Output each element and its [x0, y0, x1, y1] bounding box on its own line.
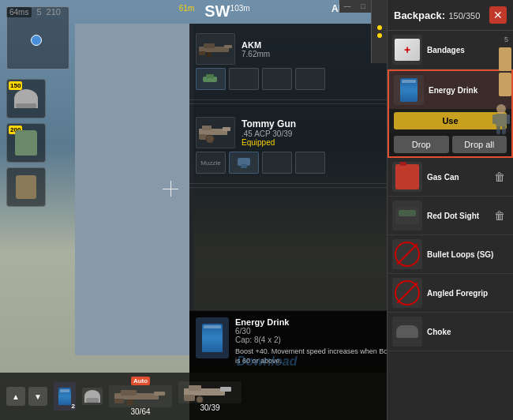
bottom-tommy-icon	[182, 382, 238, 403]
svg-rect-3	[199, 51, 205, 55]
nav-up-button[interactable]: ▲	[6, 387, 25, 406]
red-dot-icon	[395, 207, 419, 224]
svg-rect-26	[492, 114, 497, 124]
akm-info: AKM 7.62mm	[242, 40, 366, 58]
angled-grip-item-name: Angled Foregrip	[427, 288, 508, 298]
backpack-title: Backpack:	[394, 9, 445, 21]
list-item[interactable]: Bandages 5	[388, 31, 513, 69]
tommy-slot	[196, 117, 235, 148]
bottom-item-drink[interactable]: 2	[54, 382, 76, 411]
akm-att-1[interactable]	[196, 68, 226, 90]
gas-can-icon	[395, 164, 419, 189]
dist1: 61m	[179, 4, 194, 13]
drop-all-button[interactable]: Drop all	[452, 136, 507, 153]
bottom-helmet-icon-slot	[82, 388, 103, 405]
vest-icon	[15, 130, 37, 156]
bandage-item-icon	[392, 35, 422, 65]
bottom-weapon-2[interactable]: 30/39	[178, 381, 242, 412]
akm-att-3[interactable]	[262, 68, 292, 90]
player-avatar-icon	[489, 103, 513, 134]
list-item[interactable]: Angled Foregrip	[388, 274, 513, 313]
helmet-slot[interactable]: 150	[6, 79, 46, 118]
maximize-button[interactable]: □	[355, 0, 371, 13]
bandage-item-name: Bandages	[427, 45, 508, 55]
drop-area: Drop Drop all	[389, 133, 511, 156]
trash-icon-gas[interactable]: 🗑	[491, 168, 508, 186]
equip-slots: 150 200	[6, 79, 46, 207]
choke-item-info: Choke	[427, 327, 508, 337]
gas-can-item-icon	[392, 162, 422, 192]
list-item[interactable]: Gas Can 🗑	[388, 158, 513, 197]
tommy-att-4[interactable]	[295, 152, 325, 174]
nav-down-button[interactable]: ▼	[28, 387, 47, 406]
helmet-icon	[14, 89, 38, 108]
list-item[interactable]: Choke	[388, 313, 513, 351]
bullets-item-name: Bullet Loops (SG)	[427, 249, 508, 260]
choke-item-icon	[392, 317, 422, 347]
game-area: 64ms 5 210 SW 61m 103m AKM 7.62mm 30/64 …	[0, 0, 426, 420]
bottom-weapon-1-img	[109, 385, 172, 407]
svg-rect-18	[127, 399, 133, 405]
svg-rect-16	[154, 392, 165, 396]
minimize-button[interactable]: —	[339, 0, 355, 13]
drop-button[interactable]: Drop	[394, 136, 449, 153]
backpack-slot[interactable]	[6, 167, 46, 207]
svg-rect-1	[204, 43, 215, 48]
right-tab[interactable]	[371, 0, 387, 63]
gas-can-item-name: Gas Can	[427, 172, 486, 182]
energy-drink-item-name: Energy Drink	[429, 85, 507, 96]
player-marker	[31, 35, 42, 46]
svg-point-23	[197, 396, 203, 403]
bottom-weapon-1[interactable]: Auto 30/64	[109, 377, 172, 416]
bottom-akm-icon	[113, 388, 168, 405]
bullets-item-info: Bullet Loops (SG)	[427, 249, 508, 260]
svg-rect-29	[502, 126, 506, 134]
no-icon-grip	[395, 280, 420, 306]
svg-rect-20	[189, 385, 201, 391]
backpack-title-area: Backpack: 150/350	[394, 8, 480, 22]
tommy-name: Tommy Gun	[242, 118, 404, 129]
foregrip-icon	[234, 156, 253, 169]
nav-controls: ▲ ▼	[6, 387, 47, 406]
akm-att-2[interactable]	[229, 68, 259, 90]
tommy-icon	[197, 122, 234, 144]
energy-drink-icon	[400, 78, 418, 102]
svg-rect-10	[199, 134, 207, 140]
choke-item-name: Choke	[427, 327, 508, 337]
item-info-bottom: Energy Drink 6/30 Cap: 8(4 x 2) Boost +4…	[189, 310, 410, 373]
bottom-helmet-icon	[84, 390, 100, 403]
tommy-section: Tommy Gun .45 ACP 30/39 Equipped Muzzle	[189, 107, 410, 184]
tab-dot-1	[377, 25, 382, 30]
trash-icon-reddot[interactable]: 🗑	[491, 207, 508, 224]
divider-1	[189, 103, 410, 104]
tommy-attachments: Muzzle	[196, 152, 404, 174]
red-dot-item-icon	[392, 201, 422, 231]
svg-point-11	[206, 135, 214, 143]
bandage-icon	[395, 39, 420, 61]
crosshair	[163, 181, 178, 197]
svg-rect-15	[121, 390, 137, 396]
tommy-info: Tommy Gun .45 ACP 30/39 Equipped	[242, 118, 404, 147]
list-item[interactable]: Bullet Loops (SG)	[388, 235, 513, 274]
svg-rect-13	[241, 164, 247, 168]
tommy-att-foregrip[interactable]	[229, 152, 259, 174]
bottom-ammo-1: 30/64	[130, 407, 150, 416]
red-dot-item-info: Red Dot Sight	[427, 211, 486, 221]
compass-direction: SW	[204, 2, 230, 21]
svg-rect-28	[496, 126, 500, 134]
akm-att-4[interactable]	[295, 68, 325, 90]
watermark: Download	[237, 354, 297, 369]
tommy-att-muzzle[interactable]: Muzzle	[196, 152, 226, 174]
dist2: 103m	[230, 4, 250, 13]
angled-grip-item-info: Angled Foregrip	[427, 288, 508, 298]
tommy-att-3[interactable]	[262, 152, 292, 174]
item-info-icon	[196, 317, 229, 358]
bottom-bar: ▲ ▼ 2 Auto 30/64	[0, 373, 426, 420]
inv-placeholder	[189, 191, 410, 209]
list-item[interactable]: Red Dot Sight 🗑	[388, 197, 513, 235]
ammo-icon-2	[499, 73, 511, 96]
vest-slot[interactable]: 200	[6, 123, 46, 163]
no-icon-bullets	[395, 242, 420, 267]
backpack-close-button[interactable]: ✕	[489, 6, 507, 24]
tab-dot-2	[377, 33, 382, 38]
